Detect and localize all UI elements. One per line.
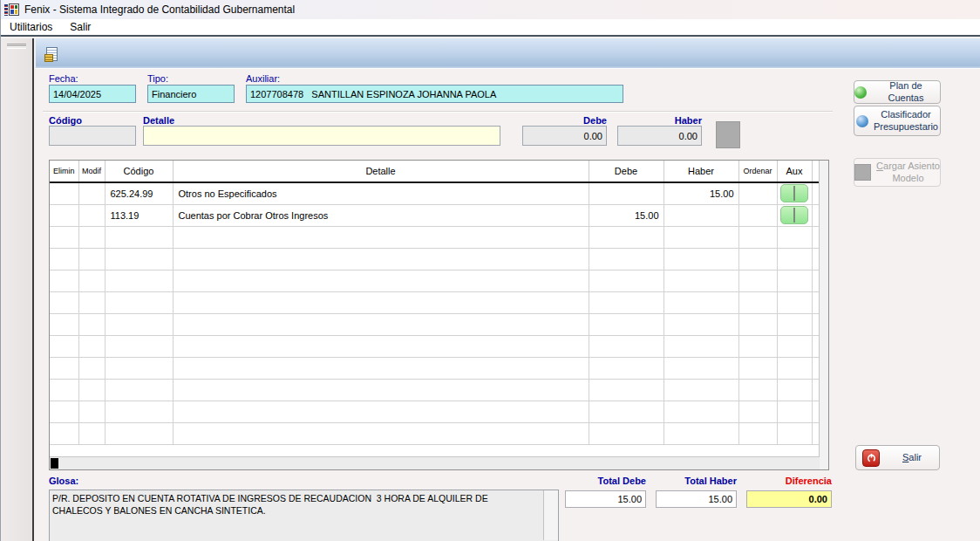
cell-modif[interactable] bbox=[78, 204, 105, 226]
cell-ordenar[interactable] bbox=[738, 182, 777, 204]
grid-header-debe: Debe bbox=[589, 161, 664, 182]
grid-empty-cell bbox=[78, 248, 105, 270]
grid-empty-cell bbox=[738, 379, 777, 401]
clasificador-presupuestario-button[interactable]: Clasificador Presupuestario bbox=[854, 106, 941, 136]
grid-header-detalle: Detalle bbox=[173, 161, 589, 182]
tipo-label: Tipo: bbox=[147, 73, 168, 84]
aux-button[interactable] bbox=[780, 206, 808, 224]
grid-empty-cell bbox=[50, 335, 78, 357]
grid-empty-cell bbox=[78, 357, 105, 379]
cell-elimin[interactable] bbox=[50, 204, 78, 226]
grid-empty-cell bbox=[78, 379, 105, 401]
haber-input[interactable] bbox=[617, 126, 702, 146]
grid-empty-cell bbox=[78, 226, 105, 248]
cell-haber[interactable] bbox=[664, 204, 738, 226]
cell-elimin[interactable] bbox=[50, 182, 78, 204]
grid-empty-cell bbox=[173, 248, 589, 270]
auxiliar-input[interactable] bbox=[246, 85, 623, 103]
cargar-asiento-modelo-button[interactable]: Cargar Asiento Modelo bbox=[854, 158, 941, 187]
grid-empty-cell bbox=[173, 270, 589, 291]
grid-empty-cell bbox=[50, 313, 78, 335]
grid-empty-cell bbox=[777, 291, 812, 313]
grid-empty-cell bbox=[589, 226, 664, 248]
menu-item-salir[interactable]: Salir bbox=[61, 19, 99, 35]
grid-empty-cell bbox=[105, 291, 173, 313]
grid-empty-cell bbox=[664, 226, 738, 248]
grid-empty-cell bbox=[738, 226, 777, 248]
grid-empty-cell bbox=[589, 422, 664, 444]
grid-empty-row bbox=[50, 291, 819, 313]
grid-empty-cell bbox=[812, 335, 819, 357]
grid-empty-cell bbox=[777, 379, 812, 401]
cell-codigo[interactable]: 625.24.99 bbox=[105, 182, 173, 204]
menu-item-utilitarios[interactable]: Utilitarios bbox=[1, 19, 61, 35]
grid-empty-cell bbox=[173, 422, 589, 444]
cell-modif[interactable] bbox=[78, 182, 105, 204]
splitter-grip[interactable] bbox=[7, 44, 26, 49]
grid-empty-cell bbox=[812, 270, 819, 291]
grid-empty-row bbox=[50, 379, 819, 401]
grid-header-stub bbox=[812, 161, 819, 182]
cell-detalle[interactable]: Cuentas por Cobrar Otros Ingresos bbox=[173, 204, 589, 226]
grid-body: 625.24.99 Otros no Especificados 15.00 bbox=[50, 182, 819, 444]
grid-empty-cell bbox=[78, 291, 105, 313]
grid-empty-cell bbox=[173, 379, 589, 401]
cell-aux bbox=[777, 182, 812, 204]
horizontal-scroll-thumb[interactable] bbox=[51, 458, 58, 469]
grid-table: Elimin Modif Código Detalle Debe Haber O… bbox=[50, 161, 820, 445]
grid-empty-cell bbox=[78, 422, 105, 444]
grid-vertical-scrollbar[interactable] bbox=[819, 161, 828, 469]
grid-empty-cell bbox=[50, 248, 78, 270]
diferencia-field bbox=[746, 490, 832, 508]
grid-empty-cell bbox=[50, 401, 78, 422]
grid-empty-cell bbox=[589, 270, 664, 291]
grid-header-codigo: Código bbox=[105, 161, 173, 182]
plan-de-cuentas-button[interactable]: Plan de Cuentas bbox=[854, 80, 941, 104]
debe-input[interactable] bbox=[522, 126, 607, 146]
cell-codigo[interactable]: 113.19 bbox=[105, 204, 173, 226]
glosa-textarea[interactable]: P/R. DEPOSITO EN CUENTA ROTATIVA DE INGR… bbox=[49, 490, 559, 541]
tipo-input[interactable] bbox=[147, 85, 235, 103]
window-title: Fenix - Sistema Integrado de Contabilida… bbox=[24, 3, 295, 16]
cell-stub bbox=[812, 204, 819, 226]
clasificador-label: Clasificador Presupuestario bbox=[874, 109, 938, 134]
grid-empty-cell bbox=[664, 379, 738, 401]
grid-empty-cell bbox=[777, 401, 812, 422]
total-haber-field bbox=[656, 490, 737, 508]
haber-label: Haber bbox=[617, 115, 702, 126]
copy-voucher-button[interactable] bbox=[41, 44, 62, 65]
grid-row: 625.24.99 Otros no Especificados 15.00 bbox=[50, 182, 819, 204]
detalle-input[interactable] bbox=[143, 126, 500, 146]
total-haber-label: Total Haber bbox=[656, 476, 737, 486]
left-splitter-panel bbox=[1, 38, 34, 541]
glosa-scrollbar[interactable] bbox=[543, 490, 558, 540]
codigo-input[interactable] bbox=[49, 126, 136, 146]
grid-row: 113.19 Cuentas por Cobrar Otros Ingresos… bbox=[50, 204, 819, 226]
aux-button[interactable] bbox=[780, 184, 808, 202]
titlebar: Fenix - Sistema Integrado de Contabilida… bbox=[1, 0, 980, 19]
cell-detalle[interactable]: Otros no Especificados bbox=[173, 182, 589, 204]
app-window: Fenix - Sistema Integrado de Contabilida… bbox=[0, 0, 980, 541]
grid-horizontal-scrollbar[interactable] bbox=[50, 456, 820, 469]
grid-empty-row bbox=[50, 270, 819, 291]
grid-empty-cell bbox=[777, 248, 812, 270]
grid-empty-cell bbox=[589, 291, 664, 313]
grid-empty-cell bbox=[105, 401, 173, 422]
grid-empty-row bbox=[50, 335, 819, 357]
fecha-input[interactable] bbox=[49, 85, 136, 103]
add-line-button[interactable] bbox=[716, 121, 740, 148]
cell-ordenar[interactable] bbox=[738, 204, 777, 226]
grid-empty-cell bbox=[777, 335, 812, 357]
note-icon bbox=[793, 186, 795, 201]
salir-button[interactable]: Salir bbox=[855, 445, 940, 470]
cell-debe[interactable] bbox=[589, 182, 664, 204]
cell-debe[interactable]: 15.00 bbox=[589, 204, 664, 226]
cell-haber[interactable]: 15.00 bbox=[664, 182, 738, 204]
grid-empty-row bbox=[50, 226, 819, 248]
grid-empty-cell bbox=[589, 401, 664, 422]
grid-empty-cell bbox=[738, 422, 777, 444]
codigo-label: Código bbox=[49, 115, 82, 126]
grid-empty-cell bbox=[173, 335, 589, 357]
grid-empty-cell bbox=[50, 291, 78, 313]
cell-aux bbox=[777, 204, 812, 226]
